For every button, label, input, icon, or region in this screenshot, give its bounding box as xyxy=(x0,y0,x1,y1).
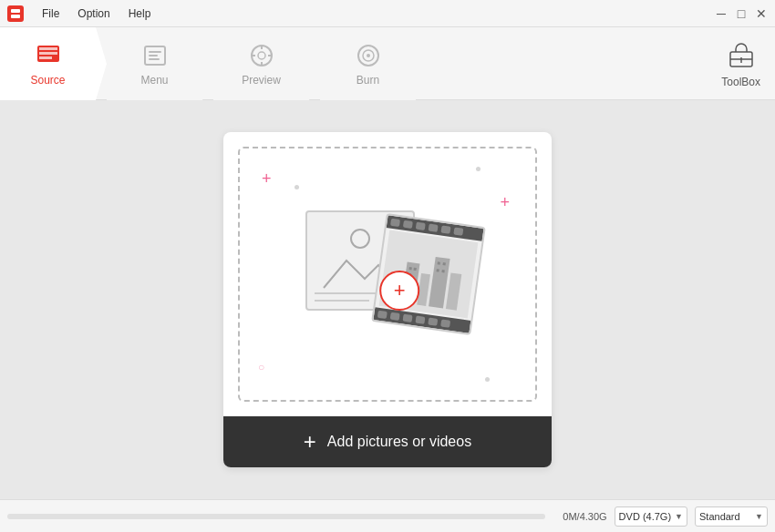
dvd-dropdown-arrow: ▼ xyxy=(675,512,683,521)
menu-file[interactable]: File xyxy=(38,5,63,22)
title-bar-left: File Option Help xyxy=(7,5,154,22)
toolbox-button[interactable]: ToolBox xyxy=(721,39,760,88)
svg-rect-3 xyxy=(39,47,57,50)
deco-dot-1 xyxy=(294,185,299,189)
preview-label: Preview xyxy=(242,74,281,87)
film-perf-1 xyxy=(390,219,400,227)
menu-option[interactable]: Option xyxy=(74,5,113,22)
film-perf-b1 xyxy=(377,311,388,319)
film-perf-3 xyxy=(416,222,426,230)
svg-rect-1 xyxy=(11,15,20,18)
dvd-dropdown[interactable]: DVD (4.7G) ▼ xyxy=(615,506,687,527)
toolbox-label: ToolBox xyxy=(721,76,760,88)
nav-step-menu[interactable]: Menu xyxy=(107,27,202,100)
burn-icon xyxy=(354,41,383,70)
nav-step-burn[interactable]: Burn xyxy=(320,27,416,100)
quality-dropdown[interactable]: Standard ▼ xyxy=(695,506,768,527)
close-button[interactable]: ✕ xyxy=(755,7,768,20)
film-perf-b2 xyxy=(390,312,400,321)
title-bar: File Option Help ─ □ ✕ xyxy=(0,0,775,27)
film-perf-4 xyxy=(429,224,439,232)
drop-zone-card: + + ○ xyxy=(223,132,552,467)
svg-rect-28 xyxy=(446,272,461,310)
menu-label: Menu xyxy=(140,74,168,87)
add-button-text: Add pictures or videos xyxy=(327,434,471,450)
nav-step-preview[interactable]: Preview xyxy=(213,27,309,100)
svg-rect-5 xyxy=(39,56,52,59)
preview-icon xyxy=(247,41,276,70)
menu-help[interactable]: Help xyxy=(125,5,155,22)
film-perf-2 xyxy=(403,220,413,229)
quality-dropdown-arrow: ▼ xyxy=(755,512,763,521)
nav-bar: Source Menu xyxy=(0,27,775,100)
svg-rect-4 xyxy=(39,52,57,55)
maximize-button[interactable]: □ xyxy=(735,7,748,20)
deco-plus-bl: ○ xyxy=(258,362,264,373)
svg-rect-36 xyxy=(436,269,439,271)
add-button[interactable]: + Add pictures or videos xyxy=(223,416,552,467)
svg-rect-35 xyxy=(443,262,446,265)
film-perf-6 xyxy=(453,227,463,235)
source-label: Source xyxy=(30,74,65,87)
nav-steps: Source Menu xyxy=(0,27,416,100)
add-media-circle[interactable]: + xyxy=(379,271,419,311)
nav-step-source[interactable]: Source xyxy=(0,27,96,100)
menu-nav-icon xyxy=(140,41,170,70)
menu-items: File Option Help xyxy=(38,5,154,22)
progress-bar-container xyxy=(7,514,545,519)
film-perf-b5 xyxy=(428,318,438,326)
burn-label: Burn xyxy=(356,74,379,87)
svg-rect-0 xyxy=(11,9,20,13)
svg-rect-34 xyxy=(438,261,440,264)
dvd-option-text: DVD (4.7G) xyxy=(619,511,671,522)
toolbox-icon xyxy=(725,39,758,72)
deco-dot-2 xyxy=(476,167,480,171)
status-bar: 0M/4.30G DVD (4.7G) ▼ Standard ▼ xyxy=(0,499,775,532)
media-illustration: + xyxy=(296,192,479,356)
deco-plus-tl: + xyxy=(262,170,272,187)
svg-point-18 xyxy=(367,54,370,57)
svg-rect-8 xyxy=(149,55,158,56)
svg-rect-32 xyxy=(413,268,416,271)
storage-status: 0M/4.30G xyxy=(553,511,607,522)
svg-point-11 xyxy=(258,52,265,59)
photo-circle xyxy=(350,229,370,249)
minimize-button[interactable]: ─ xyxy=(715,7,728,20)
window-controls: ─ □ ✕ xyxy=(715,7,768,20)
film-perf-b6 xyxy=(440,319,450,327)
source-icon xyxy=(34,41,63,70)
quality-option-text: Standard xyxy=(699,511,740,522)
add-button-plus-icon: + xyxy=(304,429,316,455)
main-content: + + ○ xyxy=(0,100,775,499)
film-perf-5 xyxy=(440,226,450,234)
svg-rect-37 xyxy=(441,270,444,272)
svg-rect-9 xyxy=(149,58,160,60)
deco-dot-3 xyxy=(485,377,490,382)
svg-rect-7 xyxy=(149,51,161,53)
film-perf-b3 xyxy=(403,314,413,322)
film-perf-b4 xyxy=(415,316,425,324)
svg-rect-31 xyxy=(408,267,411,270)
deco-plus-tr: + xyxy=(500,194,510,210)
drop-zone-area[interactable]: + + ○ xyxy=(238,147,537,402)
app-icon xyxy=(7,5,24,22)
